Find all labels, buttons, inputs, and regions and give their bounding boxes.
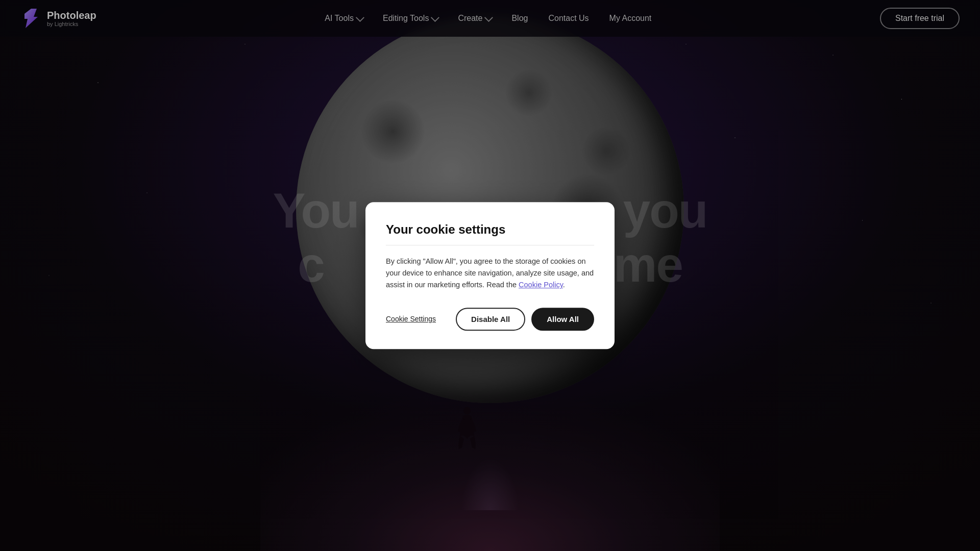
cookie-modal: Your cookie settings By clicking "Allow … bbox=[365, 202, 615, 349]
cookie-actions: Cookie Settings Disable All Allow All bbox=[386, 308, 594, 331]
cookie-modal-title: Your cookie settings bbox=[386, 222, 594, 237]
cookie-modal-body: By clicking "Allow All", you agree to th… bbox=[386, 256, 594, 291]
cookie-divider bbox=[386, 245, 594, 245]
disable-all-button[interactable]: Disable All bbox=[456, 308, 525, 331]
cookie-button-group: Disable All Allow All bbox=[456, 308, 594, 331]
allow-all-button[interactable]: Allow All bbox=[531, 308, 594, 331]
cookie-policy-link[interactable]: Cookie Policy bbox=[519, 281, 563, 289]
cookie-body-text: By clicking "Allow All", you agree to th… bbox=[386, 257, 594, 289]
cookie-settings-button[interactable]: Cookie Settings bbox=[386, 315, 436, 323]
